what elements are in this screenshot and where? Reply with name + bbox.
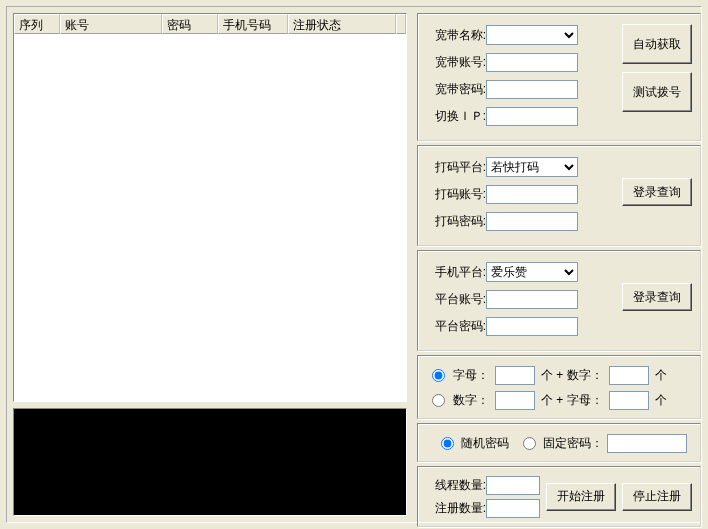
run-group: 线程数量: 注册数量: 开始注册 停止注册 [417,466,701,527]
right-column: 宽带名称: 宽带账号: 宽带密码: 切换ＩＰ: 自动获取 测试拨号 打码平台: … [417,13,701,516]
left-column: 序列 账号 密码 手机号码 注册状态 [13,13,407,516]
bb-switchip-input[interactable] [486,107,578,126]
pwd-fixed-radio[interactable] [523,437,536,450]
gen-tail1-label: 个 [655,367,667,384]
ph-platform-label: 手机平台: [426,264,486,281]
table-header: 序列 账号 密码 手机号码 注册状态 [14,14,406,34]
gen-letter-count-input[interactable] [495,366,535,385]
col-blank[interactable] [396,14,406,34]
gen-digit-label: 数字： [453,392,489,409]
gen-letter2-count-input[interactable] [609,391,649,410]
captcha-group: 打码平台: 若快打码 打码账号: 打码密码: 登录查询 [417,145,701,246]
cp-password-label: 打码密码: [426,213,486,230]
regcount-label: 注册数量: [426,500,486,517]
gen-mid2-label: 个 + 字母： [541,392,603,409]
cp-password-input[interactable] [486,212,578,231]
ph-login-button[interactable]: 登录查询 [622,283,692,311]
ph-password-input[interactable] [486,317,578,336]
layout: 序列 账号 密码 手机号码 注册状态 宽带名称: 宽带账号: 宽带密码: 切换Ｉ… [13,13,695,516]
accounts-table[interactable]: 序列 账号 密码 手机号码 注册状态 [13,13,407,402]
bb-switchip-label: 切换ＩＰ: [426,108,486,125]
gen-digit2-count-input[interactable] [495,391,535,410]
gen-tail2-label: 个 [655,392,667,409]
app-window: 序列 账号 密码 手机号码 注册状态 宽带名称: 宽带账号: 宽带密码: 切换Ｉ… [6,6,702,523]
ph-account-label: 平台账号: [426,291,486,308]
table-body[interactable] [14,34,406,401]
thread-input[interactable] [486,476,540,495]
pwd-random-label: 随机密码 [461,435,509,452]
phone-group: 手机平台: 爱乐赞 平台账号: 平台密码: 登录查询 [417,250,701,351]
bb-name-label: 宽带名称: [426,27,486,44]
password-group: 随机密码 固定密码： [417,423,701,462]
bb-name-select[interactable] [486,25,578,45]
pwd-fixed-label: 固定密码： [543,435,603,452]
cp-platform-select[interactable]: 若快打码 [486,157,578,177]
col-account[interactable]: 账号 [60,14,162,34]
thread-label: 线程数量: [426,477,486,494]
regcount-input[interactable] [486,499,540,518]
pwd-random-radio[interactable] [441,437,454,450]
ph-platform-select[interactable]: 爱乐赞 [486,262,578,282]
gen-letter-radio[interactable] [432,369,445,382]
stop-button[interactable]: 停止注册 [622,483,692,511]
cp-platform-label: 打码平台: [426,159,486,176]
gen-letter-label: 字母： [453,367,489,384]
gen-mid1-label: 个 + 数字： [541,367,603,384]
bb-test-button[interactable]: 测试拨号 [622,72,692,112]
cp-account-input[interactable] [486,185,578,204]
cp-login-button[interactable]: 登录查询 [622,178,692,206]
col-phone[interactable]: 手机号码 [218,14,288,34]
ph-password-label: 平台密码: [426,318,486,335]
pwd-fixed-input[interactable] [607,434,687,453]
gen-digit-count-input[interactable] [609,366,649,385]
cp-account-label: 打码账号: [426,186,486,203]
bb-password-label: 宽带密码: [426,81,486,98]
col-password[interactable]: 密码 [162,14,218,34]
start-button[interactable]: 开始注册 [546,483,616,511]
bb-account-label: 宽带账号: [426,54,486,71]
gen-digit-radio[interactable] [432,394,445,407]
bb-auto-button[interactable]: 自动获取 [622,24,692,64]
col-status[interactable]: 注册状态 [288,14,396,34]
generate-group: 字母： 个 + 数字： 个 数字： 个 + 字母： 个 [417,355,701,419]
bb-password-input[interactable] [486,80,578,99]
ph-account-input[interactable] [486,290,578,309]
broadband-group: 宽带名称: 宽带账号: 宽带密码: 切换ＩＰ: 自动获取 测试拨号 [417,13,701,141]
col-seq[interactable]: 序列 [14,14,60,34]
log-output[interactable] [13,408,407,516]
bb-account-input[interactable] [486,53,578,72]
